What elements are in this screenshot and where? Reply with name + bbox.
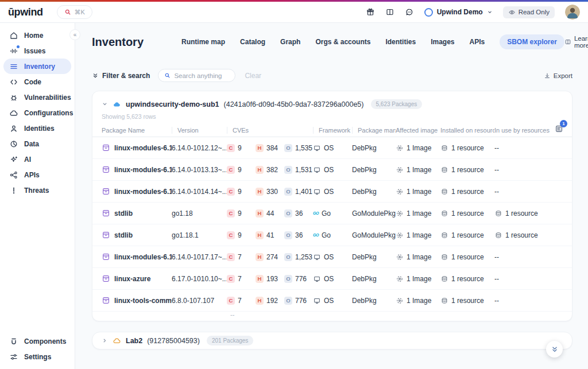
table-row[interactable]: linux-modules-6.1... 6.14.0-1017.17~... … bbox=[92, 246, 572, 268]
other-count: 1,535 bbox=[295, 144, 312, 152]
sidebar-item-configurations[interactable]: Configurations bbox=[3, 105, 71, 121]
sidebar-item-issues[interactable]: Issues bbox=[3, 43, 71, 59]
sidebar-item-inventory[interactable]: Inventory bbox=[3, 59, 71, 74]
sidebar-item-data[interactable]: Data bbox=[3, 136, 71, 152]
search-anything-input[interactable] bbox=[174, 72, 229, 79]
affected-image-value: 1 Image bbox=[407, 209, 431, 217]
search-icon bbox=[164, 72, 171, 79]
column-package-name[interactable]: Package Name bbox=[102, 127, 172, 134]
user-avatar[interactable] bbox=[565, 5, 580, 20]
account-name[interactable]: Lab2 bbox=[126, 337, 142, 345]
column-affected-image[interactable]: Affected image bbox=[396, 127, 440, 134]
account-group-card-collapsed[interactable]: Lab2 (912785004593) 201 Packages bbox=[92, 332, 572, 349]
chat-icon[interactable] bbox=[405, 7, 414, 17]
share-icon bbox=[9, 170, 18, 180]
book-icon bbox=[564, 38, 571, 45]
column-cves[interactable]: CVEs bbox=[227, 127, 313, 134]
tab-identities[interactable]: Identities bbox=[385, 38, 416, 46]
image-scan-icon bbox=[396, 275, 404, 283]
table-body: linux-modules-6.1... 6.14.0-1012.12~... … bbox=[92, 137, 572, 312]
gift-icon[interactable] bbox=[366, 7, 375, 17]
sidebar-item-apis[interactable]: APIs bbox=[3, 167, 71, 182]
high-count: 382 bbox=[266, 166, 278, 174]
tab-images[interactable]: Images bbox=[431, 38, 454, 46]
os-framework-icon bbox=[313, 297, 321, 305]
package-name: linux-modules-6.1... bbox=[114, 166, 172, 174]
panels-icon[interactable] bbox=[385, 7, 394, 17]
issues-icon bbox=[9, 46, 18, 56]
chevron-right-icon[interactable] bbox=[102, 337, 108, 344]
column-installed-on[interactable]: Installed on resourc bbox=[440, 127, 494, 134]
column-settings-button[interactable]: 1 bbox=[552, 122, 565, 135]
tab-apis[interactable]: APIs bbox=[469, 38, 485, 46]
table-row[interactable]: stdlib go1.18.1 C9 H41 O36 GO Go GoModul… bbox=[92, 224, 572, 246]
framework-label: OS bbox=[324, 275, 334, 283]
tab-runtime-map[interactable]: Runtime map bbox=[181, 38, 225, 46]
other-count: 1,531 bbox=[295, 166, 312, 174]
clear-filters-button[interactable]: Clear bbox=[245, 72, 261, 80]
sidebar-item-threats[interactable]: Threats bbox=[3, 182, 71, 198]
table-row[interactable]: linux-tools-comm... 6.8.0-107.107 C7 H19… bbox=[92, 290, 572, 312]
package-icon bbox=[102, 187, 110, 196]
other-severity-badge: O bbox=[284, 275, 292, 283]
package-name: stdlib bbox=[114, 209, 133, 217]
installed-on-value: 1 resource bbox=[451, 166, 484, 174]
aws-cloud-icon bbox=[113, 336, 121, 345]
sidebar-item-ai[interactable]: AI bbox=[3, 152, 71, 167]
os-framework-icon bbox=[313, 166, 321, 174]
tab-orgs-accounts[interactable]: Orgs & accounts bbox=[315, 38, 370, 46]
tab-sbom-explorer[interactable]: SBOM explorer bbox=[500, 34, 564, 49]
sidebar-item-label: Vulnerabilities bbox=[24, 94, 71, 102]
table-row[interactable]: linux-modules-6.1... 6.14.0-1012.12~... … bbox=[92, 137, 572, 159]
tab-graph[interactable]: Graph bbox=[280, 38, 300, 46]
scroll-to-bottom-button[interactable] bbox=[546, 341, 563, 358]
tab-catalog[interactable]: Catalog bbox=[240, 38, 265, 46]
chevron-down-icon[interactable] bbox=[102, 101, 108, 107]
high-count: 384 bbox=[266, 144, 278, 152]
org-avatar-icon bbox=[424, 8, 433, 17]
os-framework-icon bbox=[313, 144, 321, 152]
export-button[interactable]: Export bbox=[544, 72, 572, 79]
filter-search-toggle[interactable]: Filter & search bbox=[92, 72, 150, 80]
sidebar-item-vulnerabilities[interactable]: Vulnerabilities bbox=[3, 90, 71, 105]
package-version: go1.18 bbox=[172, 209, 227, 217]
clock-pie-icon bbox=[9, 139, 18, 149]
showing-rows-label: Showing 5,623 rows bbox=[92, 109, 572, 120]
sidebar-item-label: Inventory bbox=[24, 63, 55, 71]
in-use-by-cell: -- bbox=[494, 297, 564, 305]
sidebar-item-home[interactable]: Home bbox=[3, 28, 71, 43]
resource-layers-icon bbox=[440, 297, 448, 305]
column-framework[interactable]: Framework bbox=[313, 127, 352, 134]
sidebar-item-label: Identities bbox=[24, 125, 55, 133]
high-severity-badge: H bbox=[256, 275, 264, 283]
package-name: linux-modules-6.1... bbox=[114, 188, 172, 196]
table-row[interactable]: linux-azure 6.17.0-1010.10~... C7 H193 O… bbox=[92, 268, 572, 290]
filter-search-label: Filter & search bbox=[102, 72, 150, 80]
column-version[interactable]: Version bbox=[172, 127, 227, 134]
learn-more-link[interactable]: Learn more bbox=[564, 35, 588, 49]
critical-count: 7 bbox=[238, 253, 242, 261]
sidebar-item-components[interactable]: Components bbox=[3, 333, 71, 349]
org-switcher[interactable]: Upwind Demo bbox=[424, 8, 493, 17]
global-search-button[interactable]: ⌘K bbox=[57, 5, 92, 19]
column-package-manager[interactable]: Package manag bbox=[352, 127, 396, 134]
sidebar-item-code[interactable]: Code bbox=[3, 74, 71, 90]
image-scan-icon bbox=[396, 188, 404, 196]
in-use-by-cell: -- bbox=[494, 144, 564, 152]
high-count: 274 bbox=[266, 253, 278, 261]
sparkles-icon bbox=[9, 155, 18, 164]
account-name[interactable]: upwindsecurity-demo-sub1 bbox=[126, 100, 219, 108]
table-row[interactable]: stdlib go1.18 C9 H44 O36 GO Go GoModuleP… bbox=[92, 203, 572, 224]
table-row[interactable]: linux-modules-6.1... 6.14.0-1014.14~... … bbox=[92, 181, 572, 203]
sidebar-collapse-button[interactable]: « bbox=[69, 29, 80, 40]
sidebar-item-identities[interactable]: Identities bbox=[3, 121, 71, 136]
package-manager: GoModulePkg bbox=[352, 231, 396, 239]
sidebar-item-settings[interactable]: Settings bbox=[3, 349, 71, 364]
package-version: 6.17.0-1010.10~... bbox=[172, 275, 227, 283]
app-window: ūpwind ⌘K Upwind Demo bbox=[0, 0, 588, 369]
package-manager: DebPkg bbox=[352, 166, 396, 174]
affected-image-value: 1 Image bbox=[407, 275, 431, 283]
table-row[interactable]: linux-modules-6.1... 6.14.0-1013.13~... … bbox=[92, 159, 572, 181]
critical-count: 9 bbox=[238, 188, 242, 196]
high-count: 44 bbox=[266, 209, 274, 217]
